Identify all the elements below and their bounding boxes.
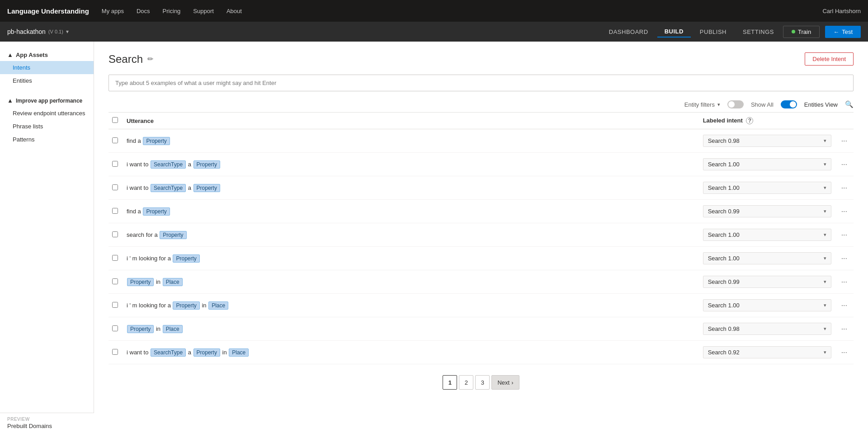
row-checkbox[interactable] xyxy=(112,325,118,331)
intent-value: Search 1.00 xyxy=(708,255,740,262)
page-btn-1[interactable]: 1 xyxy=(443,375,457,390)
entity-tag-property[interactable]: Property xyxy=(143,137,170,145)
row-checkbox[interactable] xyxy=(112,302,118,308)
entity-tag-searchtype[interactable]: SearchType xyxy=(151,348,186,357)
intent-dropdown[interactable]: Search 1.00▾ xyxy=(703,182,831,194)
intent-cell: Search 1.00▾ xyxy=(699,223,835,247)
entity-tag-property[interactable]: Property xyxy=(193,160,220,169)
entity-tag-property[interactable]: Property xyxy=(143,207,170,216)
row-checkbox[interactable] xyxy=(112,161,118,167)
entity-tag-place[interactable]: Place xyxy=(229,348,249,357)
help-icon[interactable]: ? xyxy=(746,117,753,124)
select-all-checkbox[interactable] xyxy=(112,117,118,123)
page-btn-3[interactable]: 3 xyxy=(475,375,490,390)
train-status-dot xyxy=(792,30,795,33)
entity-tag-property[interactable]: Property xyxy=(173,301,199,310)
actions-cell: ··· xyxy=(835,176,854,200)
intent-value: Search 1.00 xyxy=(708,184,740,191)
entity-tag-property[interactable]: Property xyxy=(127,278,154,286)
sidebar-improve-header[interactable]: ▲ Improve app performance xyxy=(0,94,94,107)
search-icon[interactable]: 🔍 xyxy=(845,100,854,108)
row-checkbox[interactable] xyxy=(112,278,118,284)
entity-tag-searchtype[interactable]: SearchType xyxy=(151,184,186,192)
entity-tag-property[interactable]: Property xyxy=(160,231,186,239)
row-more-options-button[interactable]: ··· xyxy=(839,207,850,216)
row-more-options-button[interactable]: ··· xyxy=(839,254,850,263)
table-row: i want to SearchType a PropertySearch 1.… xyxy=(108,153,854,176)
intent-dropdown[interactable]: Search 1.00▾ xyxy=(703,229,831,241)
row-checkbox[interactable] xyxy=(112,349,118,355)
entity-tag-place[interactable]: Place xyxy=(163,325,183,333)
nav-build[interactable]: BUILD xyxy=(657,26,691,38)
entity-filters-label[interactable]: Entity filters ▾ xyxy=(684,101,720,108)
row-more-options-button[interactable]: ··· xyxy=(839,301,850,310)
nav-docs[interactable]: Docs xyxy=(137,8,150,14)
sidebar-item-intents[interactable]: Intents xyxy=(0,61,94,74)
entity-tag-property[interactable]: Property xyxy=(193,184,220,192)
table-row: Property in PlaceSearch 0.99▾··· xyxy=(108,270,854,294)
intent-dropdown[interactable]: Search 0.92▾ xyxy=(703,346,831,358)
top-nav: Language Understanding My apps Docs Pric… xyxy=(0,0,868,22)
intent-dropdown[interactable]: Search 0.98▾ xyxy=(703,323,831,335)
intent-dropdown[interactable]: Search 1.00▾ xyxy=(703,299,831,311)
app-title-text: pb-hackathon xyxy=(7,28,46,35)
utterance-cell: find a Property xyxy=(123,200,699,223)
intent-dropdown[interactable]: Search 1.00▾ xyxy=(703,158,831,170)
intent-dropdown-chevron-icon: ▾ xyxy=(824,208,826,214)
intent-dropdown[interactable]: Search 1.00▾ xyxy=(703,252,831,264)
page-btn-2[interactable]: 2 xyxy=(459,375,473,390)
labeled-intent-text: Labeled intent xyxy=(703,117,743,124)
sidebar-item-entities[interactable]: Entities xyxy=(0,74,94,87)
intent-dropdown[interactable]: Search 0.98▾ xyxy=(703,135,831,147)
row-more-options-button[interactable]: ··· xyxy=(839,324,850,334)
nav-myapps[interactable]: My apps xyxy=(102,8,124,14)
row-more-options-button[interactable]: ··· xyxy=(839,136,850,146)
col-header-actions xyxy=(835,113,854,129)
row-checkbox[interactable] xyxy=(112,255,118,261)
row-checkbox[interactable] xyxy=(112,208,118,214)
edit-title-icon[interactable]: ✏ xyxy=(147,55,153,63)
nav-about[interactable]: About xyxy=(226,8,242,14)
next-page-button[interactable]: Next › xyxy=(491,375,519,390)
utterance-plain-text: in xyxy=(154,278,162,285)
next-chevron-icon: › xyxy=(511,379,513,386)
sidebar-item-patterns[interactable]: Patterns xyxy=(0,133,94,146)
intent-dropdown[interactable]: Search 0.99▾ xyxy=(703,276,831,288)
sidebar-item-review[interactable]: Review endpoint utterances xyxy=(0,107,94,120)
sidebar-app-assets-header[interactable]: ▲ App Assets xyxy=(0,49,94,61)
table-row: find a PropertySearch 0.98▾··· xyxy=(108,129,854,153)
entities-view-toggle[interactable] xyxy=(781,100,797,108)
nav-settings[interactable]: SETTINGS xyxy=(736,27,781,37)
app-version: (V 0.1) xyxy=(48,29,63,34)
app-assets-label: App Assets xyxy=(16,52,48,58)
row-more-options-button[interactable]: ··· xyxy=(839,183,850,193)
delete-intent-button[interactable]: Delete Intent xyxy=(805,52,854,66)
row-more-options-button[interactable]: ··· xyxy=(839,160,850,169)
entity-tag-place[interactable]: Place xyxy=(208,301,228,310)
row-checkbox[interactable] xyxy=(112,231,118,237)
row-more-options-button[interactable]: ··· xyxy=(839,348,850,357)
utterance-input[interactable] xyxy=(108,75,854,91)
entity-tag-place[interactable]: Place xyxy=(163,278,183,286)
row-checkbox[interactable] xyxy=(112,184,118,190)
entity-tag-property[interactable]: Property xyxy=(193,348,220,357)
app-title-chevron-icon[interactable]: ▾ xyxy=(66,28,69,35)
entity-tag-property[interactable]: Property xyxy=(173,254,199,263)
nav-support[interactable]: Support xyxy=(193,8,214,14)
sidebar-item-phrase[interactable]: Phrase lists xyxy=(0,120,94,133)
row-more-options-button[interactable]: ··· xyxy=(839,230,850,240)
test-button[interactable]: ← Test xyxy=(825,26,861,38)
row-more-options-button[interactable]: ··· xyxy=(839,277,850,287)
intent-dropdown-chevron-icon: ▾ xyxy=(824,232,826,238)
entity-tag-property[interactable]: Property xyxy=(127,325,154,333)
intent-dropdown[interactable]: Search 0.99▾ xyxy=(703,205,831,217)
show-all-toggle[interactable] xyxy=(727,100,744,108)
train-button[interactable]: Train xyxy=(783,26,820,38)
row-checkbox[interactable] xyxy=(112,137,118,143)
nav-dashboard[interactable]: DASHBOARD xyxy=(602,27,656,37)
prebuilt-domains-label[interactable]: Prebuilt Domains xyxy=(7,423,87,429)
entity-tag-searchtype[interactable]: SearchType xyxy=(151,160,186,169)
actions-cell: ··· xyxy=(835,317,854,341)
nav-pricing[interactable]: Pricing xyxy=(163,8,181,14)
nav-publish[interactable]: PUBLISH xyxy=(693,27,734,37)
